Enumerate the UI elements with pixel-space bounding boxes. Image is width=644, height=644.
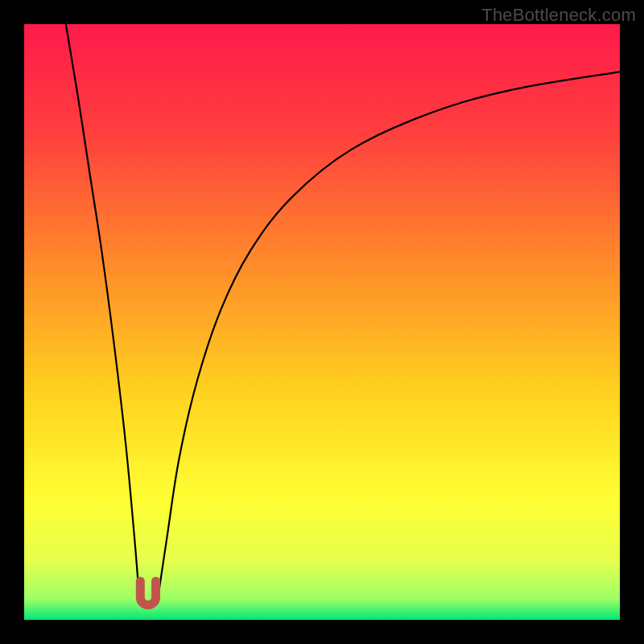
watermark-text: TheBottleneck.com	[481, 5, 636, 26]
plot-area	[24, 24, 620, 620]
optimal-marker	[140, 581, 155, 605]
curve-left	[66, 24, 139, 596]
chart-frame: TheBottleneck.com	[0, 0, 644, 644]
chart-curves	[24, 24, 620, 620]
curve-right	[159, 72, 621, 596]
